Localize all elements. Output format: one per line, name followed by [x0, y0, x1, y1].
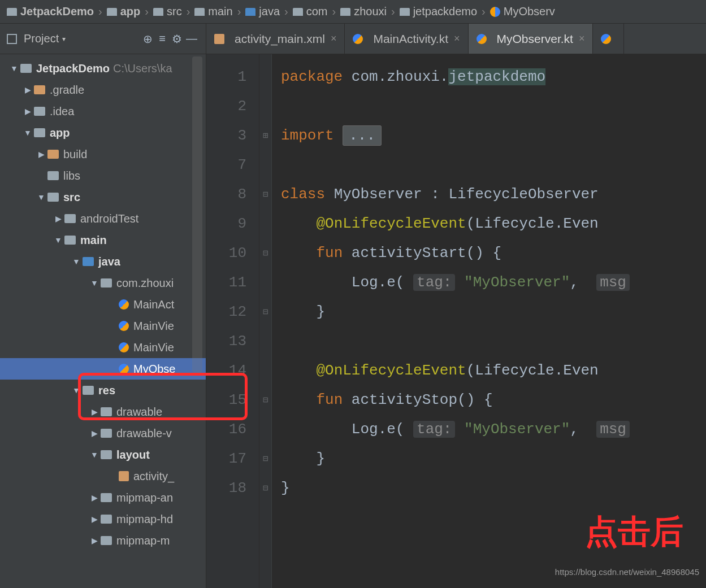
folder-icon [101, 407, 112, 416]
fold-marker[interactable] [259, 150, 271, 180]
fold-marker[interactable] [259, 209, 271, 238]
tree-item-src[interactable]: ▼src [0, 186, 206, 208]
fold-marker[interactable] [259, 415, 271, 444]
line-gutter[interactable]: 123789101112131415161718 [206, 54, 259, 588]
tree-item-label: mipmap-m [116, 534, 170, 547]
folder-icon [47, 171, 59, 180]
folder-icon [101, 450, 112, 459]
fold-marker[interactable] [259, 268, 271, 297]
tree-item--gradle[interactable]: ▶.gradle [0, 79, 206, 101]
folder-icon [101, 429, 112, 438]
tree-item-layout[interactable]: ▼layout [0, 444, 206, 465]
line-number[interactable]: 3 [206, 121, 246, 150]
line-number[interactable]: 9 [206, 209, 246, 238]
line-number[interactable]: 11 [206, 268, 246, 297]
tree-item-res[interactable]: ▼res [0, 380, 206, 401]
fold-marker[interactable]: ⊞ [259, 121, 271, 150]
folder-icon [101, 493, 112, 502]
tree-item-mainvie[interactable]: ▶MainVie [0, 315, 206, 337]
fold-marker[interactable] [259, 92, 271, 121]
tree-item-java[interactable]: ▼java [0, 251, 206, 272]
close-icon[interactable]: × [454, 33, 460, 45]
tree-item-label: JetpackDemo [36, 62, 110, 75]
fold-marker[interactable]: ⊟ [259, 180, 271, 209]
line-number[interactable]: 13 [206, 326, 246, 356]
folder-icon [83, 257, 94, 266]
tree-item-main[interactable]: ▼main [0, 229, 206, 251]
fold-marker[interactable]: ⊟ [259, 385, 271, 415]
line-number[interactable]: 15 [206, 385, 246, 415]
bc-src[interactable]: src [151, 5, 184, 18]
tree-item-hint: C:\Users\ka [113, 62, 172, 75]
line-number[interactable]: 17 [206, 444, 246, 473]
tree-item-drawable-v[interactable]: ▶drawable-v [0, 423, 206, 444]
sidebar-title[interactable]: Project▾ [7, 32, 140, 45]
folder-icon [83, 386, 94, 395]
tree-item-build[interactable]: ▶build [0, 143, 206, 165]
bc-separator: › [96, 5, 105, 18]
line-number[interactable]: 2 [206, 92, 246, 121]
fold-marker[interactable] [259, 356, 271, 385]
fold-marker[interactable]: ⊟ [259, 473, 271, 503]
bc-main[interactable]: main [192, 5, 235, 18]
tree-item-activity-[interactable]: ▶activity_ [0, 465, 206, 487]
tab-activity-main-xml[interactable]: activity_main.xml× [206, 24, 345, 54]
tree-item-label: layout [116, 448, 150, 461]
filter-icon[interactable]: ≡ [155, 32, 170, 46]
tab-myobserver-kt[interactable]: MyObserver.kt× [469, 24, 594, 54]
line-number[interactable]: 7 [206, 150, 246, 180]
bc-app[interactable]: app [105, 5, 143, 18]
tree-item--idea[interactable]: ▶.idea [0, 101, 206, 122]
fold-marker[interactable]: ⊟ [259, 297, 271, 326]
tree-item-drawable[interactable]: ▶drawable [0, 401, 206, 423]
tree-item-label: java [98, 255, 120, 268]
tree-item-mipmap-hd[interactable]: ▶mipmap-hd [0, 508, 206, 530]
settings-icon[interactable]: ⚙ [170, 32, 184, 46]
tree-item-mipmap-an[interactable]: ▶mipmap-an [0, 487, 206, 508]
tree-item-com-zhouxi[interactable]: ▼com.zhouxi [0, 272, 206, 294]
line-number[interactable]: 18 [206, 473, 246, 503]
tree-item-label: mipmap-hd [116, 513, 173, 526]
bc-java[interactable]: java [243, 5, 282, 18]
kt-icon [119, 342, 129, 352]
tree-item-mipmap-m[interactable]: ▶mipmap-m [0, 530, 206, 551]
line-number[interactable]: 16 [206, 415, 246, 444]
close-icon[interactable]: × [579, 33, 585, 45]
bc-myobserver[interactable]: MyObserv [488, 5, 557, 18]
tree-item-androidtest[interactable]: ▶androidTest [0, 208, 206, 229]
kt-icon [119, 321, 129, 331]
bc-jetpackdemo-pkg[interactable]: jetpackdemo [397, 5, 479, 18]
fold-marker[interactable]: ⊟ [259, 238, 271, 268]
tab-extra[interactable] [593, 24, 624, 54]
tree-item-label: com.zhouxi [116, 277, 174, 290]
bc-zhouxi[interactable]: zhouxi [338, 5, 389, 18]
line-number[interactable]: 1 [206, 62, 246, 92]
tree-item-app[interactable]: ▼app [0, 122, 206, 143]
bc-jetpackdemo[interactable]: JetpackDemo [5, 5, 96, 18]
watermark: https://blog.csdn.net/weixin_48968045 [555, 567, 699, 577]
code-editor[interactable]: package com.zhouxi.jetpackdemo import ..… [272, 54, 706, 588]
tab-mainactivity-kt[interactable]: MainActivity.kt× [345, 24, 468, 54]
folder-icon [64, 214, 76, 223]
tree-item-jetpackdemo[interactable]: ▼JetpackDemoC:\Users\ka [0, 58, 206, 79]
tree-item-libs[interactable]: ▶libs [0, 165, 206, 186]
kt-icon [119, 364, 129, 374]
fold-marker[interactable] [259, 62, 271, 92]
fold-marker[interactable]: ⊟ [259, 444, 271, 473]
tree-item-mainact[interactable]: ▶MainAct [0, 294, 206, 315]
close-icon[interactable]: × [331, 33, 337, 45]
tree-item-myobse[interactable]: ▶MyObse [0, 358, 206, 380]
tree-scrollbar[interactable] [192, 56, 202, 373]
line-number[interactable]: 8 [206, 180, 246, 209]
line-number[interactable]: 14 [206, 356, 246, 385]
line-number[interactable]: 12 [206, 297, 246, 326]
fold-gutter[interactable]: ⊞⊟⊟⊟⊟⊟⊟ [259, 54, 272, 588]
tree-item-mainvie[interactable]: ▶MainVie [0, 337, 206, 358]
folder-icon [34, 85, 45, 94]
minimize-icon[interactable]: — [184, 32, 199, 46]
target-icon[interactable]: ⊕ [140, 32, 155, 46]
line-number[interactable]: 10 [206, 238, 246, 268]
fold-marker[interactable] [259, 326, 271, 356]
breadcrumb: JetpackDemo› app› src› main› java› com› … [0, 0, 706, 24]
bc-com[interactable]: com [291, 5, 330, 18]
